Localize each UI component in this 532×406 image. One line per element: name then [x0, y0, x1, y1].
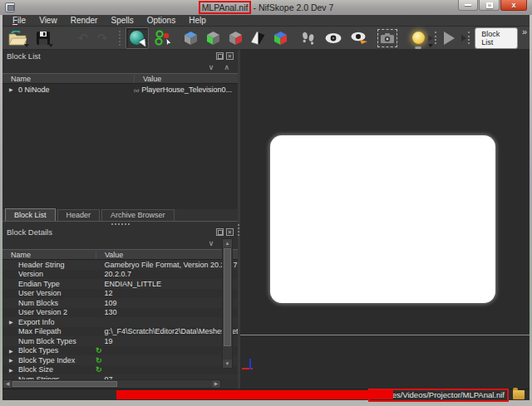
time-slider-handle[interactable]	[435, 32, 438, 44]
column-name[interactable]: Name	[2, 75, 134, 83]
cube-green-front-icon	[204, 30, 222, 46]
detail-row[interactable]: Num Blocks 109	[2, 298, 238, 308]
expand-arrow-icon[interactable]	[9, 319, 15, 325]
detail-row[interactable]: Num Block Types 19	[2, 336, 238, 346]
close-button[interactable]: x	[500, 0, 527, 11]
detail-name: Endian Type	[18, 280, 60, 288]
scrollbar-thumb[interactable]	[224, 248, 231, 346]
detail-name: Block Type Index	[18, 356, 75, 364]
show-top-button[interactable]	[181, 27, 200, 49]
lightbulb-icon	[412, 32, 425, 44]
maximize-button[interactable]	[479, 0, 500, 11]
menu-item[interactable]: File	[6, 16, 32, 25]
screenshot-button[interactable]	[377, 27, 399, 49]
toolbar-separator[interactable]	[119, 31, 124, 46]
menu-item[interactable]: Help	[182, 16, 213, 25]
column-name[interactable]: Name	[2, 251, 96, 259]
column-value[interactable]: Value	[134, 75, 238, 83]
detail-row[interactable]: Export Info	[2, 317, 238, 327]
show-front-button[interactable]	[204, 27, 223, 49]
open-file-button[interactable]	[6, 27, 28, 49]
scroll-down-icon[interactable]	[223, 360, 232, 368]
panel-title: Block Details	[7, 227, 52, 237]
close-icon: x	[511, 2, 515, 9]
scrollbar-thumb[interactable]	[12, 381, 117, 387]
tv-screen-mesh[interactable]	[270, 135, 495, 303]
view-selector-combo[interactable]: Block List	[475, 27, 518, 49]
footsteps-icon	[300, 31, 316, 46]
axis-z-icon	[249, 359, 251, 369]
panel-float-button[interactable]	[216, 228, 224, 236]
column-value[interactable]: Value	[96, 251, 238, 259]
refresh-icon	[96, 346, 102, 355]
minimize-icon	[465, 4, 471, 6]
toolbar: Block List	[2, 27, 530, 50]
animation-controls: Block List	[428, 27, 526, 49]
lighting-button[interactable]	[409, 27, 428, 49]
detail-row[interactable]: Max Filepath g:\_F4\Scratch\Editor2\Data…	[2, 327, 238, 337]
block-value: PlayerHouse_Television0...	[141, 86, 232, 94]
expand-all-icon[interactable]	[224, 63, 229, 71]
expand-arrow-icon[interactable]	[9, 367, 15, 373]
cube-red-side-icon	[227, 30, 244, 46]
detail-row[interactable]: Version 20.2.0.7	[2, 270, 238, 280]
play-icon	[444, 32, 455, 45]
panel-close-button[interactable]	[226, 52, 234, 60]
detail-row[interactable]: Header String Gamebryo File Format, Vers…	[2, 260, 238, 270]
expand-arrow-icon[interactable]	[9, 348, 15, 354]
show-side-button[interactable]	[226, 27, 245, 49]
toolbar-drag-handle[interactable]	[468, 32, 471, 44]
scroll-up-icon[interactable]	[223, 239, 232, 247]
hide-nodes-button[interactable]	[323, 27, 344, 49]
play-button[interactable]	[441, 27, 457, 49]
viewport-3d[interactable]	[240, 50, 530, 389]
vertical-scrollbar[interactable]	[222, 238, 233, 369]
detail-name: Version	[18, 270, 43, 278]
undo-button[interactable]	[74, 27, 91, 49]
detail-row[interactable]: Block Size	[2, 365, 238, 375]
detail-row[interactable]: Endian Type ENDIAN_LITTLE	[2, 279, 238, 289]
dock-tab[interactable]: Archive Browser	[101, 209, 175, 221]
menu-item[interactable]: Spells	[104, 16, 140, 25]
block-list-row[interactable]: 0 NiNode PlayerHouse_Television0...	[2, 84, 238, 95]
select-mode-button[interactable]	[126, 27, 148, 49]
flip-normals-button[interactable]	[249, 27, 268, 49]
menu-item[interactable]: Options	[140, 16, 182, 25]
save-file-button[interactable]	[33, 27, 52, 49]
open-dropdown-caret[interactable]	[24, 44, 29, 47]
menu-item[interactable]: Render	[64, 16, 105, 25]
collapse-all-icon[interactable]	[209, 239, 214, 247]
walk-mode-button[interactable]	[298, 27, 318, 49]
detail-value: 130	[105, 308, 117, 316]
menu-item[interactable]: View	[32, 16, 64, 25]
dock-tab[interactable]: Block List	[5, 208, 56, 221]
scroll-left-icon[interactable]	[3, 380, 12, 388]
minimize-button[interactable]	[458, 0, 478, 11]
redo-button[interactable]	[93, 27, 111, 49]
progress-bar	[116, 390, 393, 399]
lighting-dropdown-caret[interactable]	[428, 44, 433, 47]
show-hidden-button[interactable]	[349, 27, 370, 49]
expand-arrow-icon[interactable]	[9, 357, 15, 363]
collapse-all-icon[interactable]	[209, 63, 214, 71]
detail-row[interactable]: User Version 12	[2, 289, 238, 299]
horizontal-scrollbar[interactable]	[2, 379, 221, 389]
expand-arrow-icon[interactable]	[9, 86, 15, 92]
vertex-select-button[interactable]	[154, 27, 175, 49]
block-details-panel-header: Block Details	[2, 226, 238, 237]
detail-name: Export Info	[18, 318, 55, 326]
panel-float-button[interactable]	[216, 52, 224, 60]
vertex-paint-icon	[155, 30, 173, 46]
detail-name: Num Block Types	[18, 337, 76, 345]
detail-row[interactable]: User Version 2 130	[2, 308, 238, 318]
save-dropdown-caret[interactable]	[48, 44, 53, 47]
scroll-right-icon[interactable]	[212, 380, 220, 388]
vertex-colors-button[interactable]	[271, 27, 290, 49]
panel-close-button[interactable]	[226, 228, 234, 236]
detail-name: Num Blocks	[18, 299, 58, 307]
dock-tab[interactable]: Header	[57, 209, 101, 221]
block-list-column-header: Name Value	[2, 73, 238, 84]
detail-row[interactable]: Block Type Index	[2, 355, 238, 365]
detail-row[interactable]: Block Types	[2, 346, 238, 356]
app-icon[interactable]	[5, 2, 15, 12]
